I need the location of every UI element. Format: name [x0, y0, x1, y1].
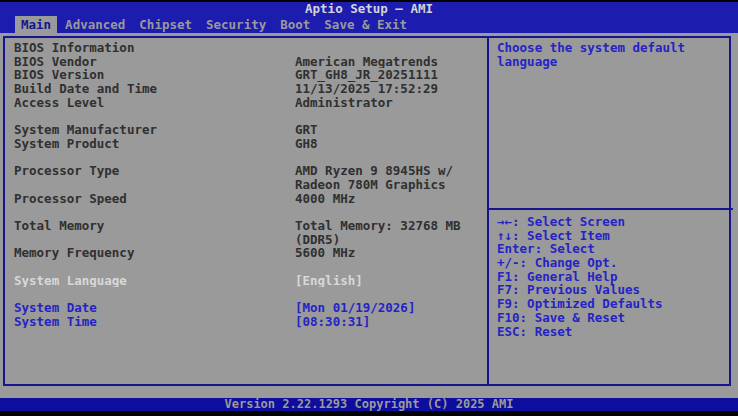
hotkey-line: ↑↓: Select Item — [497, 229, 729, 243]
bios-vendor-row: BIOS VendorAmerican Megatrends — [14, 55, 480, 69]
settings-pane: BIOS InformationBIOS VendorAmerican Mega… — [14, 41, 480, 328]
access-level-row-value: Administrator — [295, 96, 480, 110]
version-bar: Version 2.22.1293 Copyright (C) 2025 AMI — [0, 398, 738, 411]
processor-speed-row-value: 4000 MHz — [295, 192, 480, 206]
system-date-row-label: System Date — [14, 301, 295, 315]
panel-vertical-divider — [487, 36, 489, 386]
system-manufacturer-row: System ManufacturerGRT — [14, 123, 480, 137]
hotkey-legend: →←: Select Screen↑↓: Select ItemEnter: S… — [497, 215, 729, 338]
system-time-row-value[interactable]: [08:30:31] — [295, 315, 480, 329]
processor-type-row: Processor TypeAMD Ryzen 9 8945HS w/ — [14, 164, 480, 178]
hotkey-line: F7: Previous Values — [497, 283, 729, 297]
total-memory-row-cont: (DDR5) — [14, 233, 480, 247]
bios-vendor-row-value: American Megatrends — [295, 55, 480, 69]
help-text-line: Choose the system default — [497, 41, 729, 55]
spacer-row — [14, 260, 480, 274]
hotkey-line: →←: Select Screen — [497, 215, 729, 229]
bios-version-row-value: GRT_GH8_JR_20251111 — [295, 68, 480, 82]
bios-version-row: BIOS VersionGRT_GH8_JR_20251111 — [14, 68, 480, 82]
system-product-row-label: System Product — [14, 137, 295, 151]
hotkey-line: ESC: Reset — [497, 325, 729, 339]
system-language-row-label: System Language — [14, 274, 295, 288]
hotkey-line: F1: General Help — [497, 270, 729, 284]
bios-information-heading-value — [295, 41, 480, 55]
total-memory-row-label: Total Memory — [14, 219, 295, 233]
system-date-row-value[interactable]: [Mon 01/19/2026] — [295, 301, 480, 315]
spacer-row — [14, 205, 480, 219]
bios-version-row-label: BIOS Version — [14, 68, 295, 82]
access-level-row: Access LevelAdministrator — [14, 96, 480, 110]
memory-frequency-row: Memory Frequency5600 MHz — [14, 246, 480, 260]
system-language-row-value[interactable]: [English] — [295, 274, 480, 288]
item-help-text: Choose the system defaultlanguage — [497, 41, 729, 68]
processor-speed-row-label: Processor Speed — [14, 192, 295, 206]
memory-frequency-row-value: 5600 MHz — [295, 246, 480, 260]
build-date-row-value: 11/13/2025 17:52:29 — [295, 82, 480, 96]
page-title: Aptio Setup – AMI — [0, 2, 738, 16]
hotkey-line: F10: Save & Reset — [497, 311, 729, 325]
bios-vendor-row-label: BIOS Vendor — [14, 55, 295, 69]
tab-chipset[interactable]: Chipset — [133, 16, 198, 33]
tab-advanced[interactable]: Advanced — [59, 16, 131, 33]
bios-information-heading-label: BIOS Information — [14, 41, 295, 55]
system-time-row[interactable]: System Time[08:30:31] — [14, 315, 480, 329]
build-date-row-label: Build Date and Time — [14, 82, 295, 96]
system-manufacturer-row-label: System Manufacturer — [14, 123, 295, 137]
total-memory-row-cont-label — [14, 233, 295, 247]
spacer-row — [14, 287, 480, 301]
processor-type-row-cont-label — [14, 178, 295, 192]
processor-type-row-value: AMD Ryzen 9 8945HS w/ — [295, 164, 480, 178]
bottom-black-strip — [0, 411, 738, 416]
processor-type-row-label: Processor Type — [14, 164, 295, 178]
hotkey-line: Enter: Select — [497, 242, 729, 256]
tab-main[interactable]: Main — [15, 16, 57, 33]
help-text-line: language — [497, 55, 729, 69]
setup-body: BIOS InformationBIOS VendorAmerican Mega… — [0, 33, 738, 398]
processor-type-row-cont-value: Radeon 780M Graphics — [295, 178, 480, 192]
spacer-row — [14, 151, 480, 165]
tab-security[interactable]: Security — [200, 16, 272, 33]
tab-save-exit[interactable]: Save & Exit — [318, 16, 413, 33]
bios-information-heading: BIOS Information — [14, 41, 480, 55]
tab-boot[interactable]: Boot — [274, 16, 316, 33]
system-product-row: System ProductGH8 — [14, 137, 480, 151]
total-memory-row-cont-value: (DDR5) — [295, 233, 480, 247]
spacer-row — [14, 109, 480, 123]
hotkey-line: +/-: Change Opt. — [497, 256, 729, 270]
access-level-row-label: Access Level — [14, 96, 295, 110]
system-product-row-value: GH8 — [295, 137, 480, 151]
processor-speed-row: Processor Speed4000 MHz — [14, 192, 480, 206]
total-memory-row: Total MemoryTotal Memory: 32768 MB — [14, 219, 480, 233]
system-language-row[interactable]: System Language[English] — [14, 274, 480, 288]
processor-type-row-cont: Radeon 780M Graphics — [14, 178, 480, 192]
system-manufacturer-row-value: GRT — [295, 123, 480, 137]
system-date-row[interactable]: System Date[Mon 01/19/2026] — [14, 301, 480, 315]
tab-bar: MainAdvancedChipsetSecurityBootSave & Ex… — [15, 16, 413, 33]
help-pane-divider — [489, 208, 733, 210]
system-time-row-label: System Time — [14, 315, 295, 329]
hotkey-line: F9: Optimized Defaults — [497, 297, 729, 311]
total-memory-row-value: Total Memory: 32768 MB — [295, 219, 480, 233]
build-date-row: Build Date and Time11/13/2025 17:52:29 — [14, 82, 480, 96]
memory-frequency-row-label: Memory Frequency — [14, 246, 295, 260]
setup-header: Aptio Setup – AMI MainAdvancedChipsetSec… — [0, 2, 738, 33]
